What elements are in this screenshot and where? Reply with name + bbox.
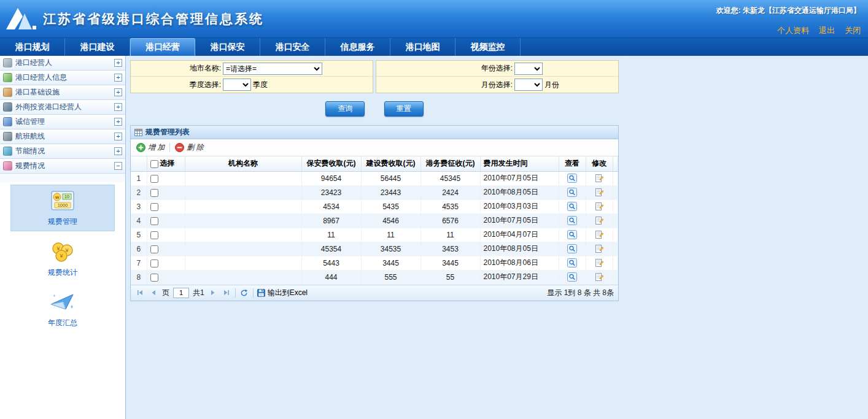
- expand-button[interactable]: +: [114, 118, 122, 126]
- submenu-item-fee-management[interactable]: 规费管理: [10, 185, 115, 231]
- view-icon[interactable]: [567, 272, 577, 282]
- row-number: 5: [131, 228, 147, 242]
- expand-button[interactable]: +: [114, 133, 122, 140]
- edit-icon[interactable]: [594, 272, 604, 282]
- sidebar-item-integrity-management[interactable]: 诚信管理 +: [0, 115, 125, 129]
- tab-port-security[interactable]: 港口保安: [195, 38, 260, 56]
- month-select[interactable]: [514, 79, 543, 91]
- view-icon[interactable]: [567, 188, 577, 197]
- page-input[interactable]: [173, 288, 189, 298]
- edit-icon[interactable]: [594, 258, 604, 267]
- tab-info-service[interactable]: 信息服务: [325, 38, 390, 56]
- panel-header: 规费管理列表: [131, 126, 618, 139]
- date-cell: 2010年07月29日: [480, 270, 559, 284]
- edit-icon[interactable]: [594, 230, 604, 239]
- submenu-item-fee-statistics[interactable]: 规费统计: [10, 237, 115, 282]
- main-content: 地市名称: =请选择= 季度选择: 季度 年份选择: 月份选: [126, 56, 868, 419]
- tab-port-operation[interactable]: 港口经营: [130, 38, 195, 56]
- sidebar-item-flight-routes[interactable]: 航班航线 +: [0, 129, 125, 144]
- view-cell: [559, 213, 586, 228]
- table-row: 7 5443 3445 3445 2010年08月06日: [131, 256, 618, 270]
- view-icon[interactable]: [567, 230, 577, 239]
- edit-icon[interactable]: [594, 174, 604, 183]
- search-actions: 查询 重置: [130, 101, 619, 117]
- row-checkbox[interactable]: [150, 189, 158, 197]
- filler-cell: [613, 213, 618, 228]
- row-checkbox[interactable]: [150, 231, 158, 239]
- edit-icon[interactable]: [594, 202, 604, 211]
- query-button[interactable]: 查询: [325, 101, 365, 117]
- date-cell: 2010年04月07日: [480, 228, 559, 242]
- delete-button[interactable]: 删 除: [175, 142, 203, 153]
- year-select[interactable]: [514, 63, 543, 75]
- row-select-cell: [147, 270, 185, 284]
- row-checkbox[interactable]: [150, 274, 158, 282]
- view-icon[interactable]: [567, 216, 577, 225]
- row-select-cell: [147, 213, 185, 228]
- row-checkbox[interactable]: [150, 203, 158, 211]
- date-cell: 2010年03月03日: [480, 199, 559, 213]
- total-pages-label: 共1: [193, 288, 204, 298]
- edit-icon[interactable]: [594, 188, 604, 197]
- sidebar-item-fee-situation[interactable]: 规费情况 −: [0, 159, 125, 174]
- table-row: 8 444 555 55 2010年07月29日: [131, 270, 618, 284]
- expand-button[interactable]: +: [114, 74, 122, 82]
- sidebar-item-energy-saving[interactable]: 节能情况 +: [0, 144, 125, 159]
- sidebar-item-label: 港口经营人信息: [15, 72, 67, 83]
- sidebar-item-port-infrastructure[interactable]: 港口基础设施 +: [0, 85, 125, 100]
- row-checkbox[interactable]: [150, 175, 158, 183]
- row-number: 3: [131, 199, 147, 213]
- expand-button[interactable]: +: [114, 147, 122, 155]
- reset-button[interactable]: 重置: [384, 101, 424, 117]
- edit-icon[interactable]: [594, 244, 604, 253]
- tab-video-monitor[interactable]: 视频监控: [455, 38, 521, 56]
- select-all-checkbox[interactable]: [150, 160, 158, 168]
- next-page-icon: [209, 289, 217, 296]
- row-checkbox[interactable]: [150, 245, 158, 253]
- add-button-label: 增 加: [148, 142, 165, 153]
- pager-last-button[interactable]: [222, 288, 231, 298]
- expand-button[interactable]: +: [114, 103, 122, 111]
- expand-button[interactable]: +: [114, 88, 122, 96]
- table-row: 6 45354 34535 3453 2010年08月05日: [131, 242, 618, 256]
- collapse-button[interactable]: −: [114, 162, 122, 170]
- tab-port-construction[interactable]: 港口建设: [65, 38, 130, 56]
- row-select-cell: [147, 199, 185, 213]
- quarter-select[interactable]: [223, 79, 251, 91]
- refresh-button[interactable]: [239, 288, 249, 298]
- sidebar-item-foreign-investment-operator[interactable]: 外商投资港口经营人 +: [0, 100, 125, 115]
- close-link[interactable]: 关闭: [845, 25, 861, 36]
- profile-link[interactable]: 个人资料: [777, 25, 809, 36]
- sidebar-item-port-operator-info[interactable]: 港口经营人信息 +: [0, 71, 125, 85]
- row-checkbox[interactable]: [150, 217, 158, 225]
- port-fee-cell: 4535: [420, 199, 480, 213]
- view-icon[interactable]: [567, 202, 577, 211]
- security-fee-cell: 5443: [301, 256, 361, 270]
- city-select[interactable]: =请选择=: [223, 63, 322, 75]
- expand-button[interactable]: +: [114, 59, 122, 67]
- filler-cell: [613, 242, 618, 256]
- tab-port-map[interactable]: 港口地图: [390, 38, 455, 56]
- add-button[interactable]: 增 加: [136, 142, 165, 153]
- pager-next-button[interactable]: [208, 288, 218, 298]
- view-icon[interactable]: [567, 244, 577, 253]
- view-icon[interactable]: [567, 258, 577, 267]
- edit-icon[interactable]: [594, 216, 604, 225]
- quarter-suffix: 季度: [253, 80, 268, 90]
- submenu-item-annual-summary[interactable]: 年度汇总: [10, 288, 115, 332]
- tab-port-planning[interactable]: 港口规划: [0, 38, 65, 56]
- export-excel-button[interactable]: 输出到Excel: [257, 288, 308, 298]
- view-icon[interactable]: [567, 174, 577, 183]
- row-checkbox[interactable]: [150, 259, 158, 267]
- security-fee-cell: 45354: [301, 242, 361, 256]
- logout-link[interactable]: 退出: [819, 25, 835, 36]
- tab-port-safety[interactable]: 港口安全: [260, 38, 325, 56]
- sidebar-item-port-operator[interactable]: 港口经营人 +: [0, 56, 125, 71]
- security-fee-cell: 11: [301, 228, 361, 242]
- filler-cell: [613, 228, 618, 242]
- row-number: 1: [131, 171, 147, 185]
- pager-first-button[interactable]: [135, 288, 145, 298]
- app-title: 江苏省省级港口综合管理信息系统: [43, 10, 264, 28]
- edit-cell: [586, 228, 613, 242]
- pager-prev-button[interactable]: [149, 288, 158, 298]
